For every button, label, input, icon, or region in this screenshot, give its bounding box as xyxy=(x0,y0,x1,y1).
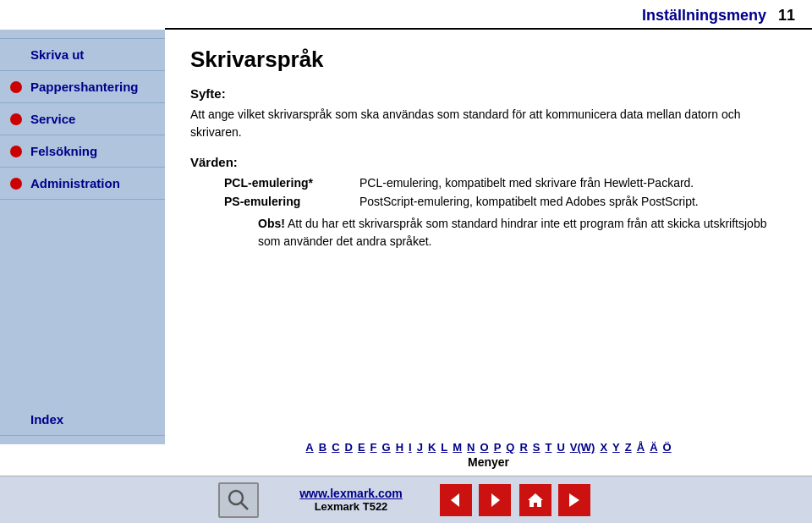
alphabet-letter-r[interactable]: R xyxy=(519,441,527,454)
alphabet-letter-b[interactable]: B xyxy=(319,441,326,454)
alphabet-letter-a[interactable]: A xyxy=(305,441,313,454)
values-table: PCL-emulering* PCL-emulering, kompatibel… xyxy=(224,176,787,208)
next-icon xyxy=(565,491,584,509)
footer-center: www.lexmark.com Lexmark T522 xyxy=(299,487,403,513)
svg-marker-5 xyxy=(569,493,579,507)
alphabet-letter-t[interactable]: T xyxy=(545,441,551,454)
value-key-1: PS-emulering xyxy=(224,195,359,208)
sidebar-item-felsoekning[interactable]: Felsökning xyxy=(0,135,165,168)
alphabet-letter-d[interactable]: D xyxy=(345,441,353,454)
alphabet-letter-ö[interactable]: Ö xyxy=(663,441,672,454)
alphabet-letter-n[interactable]: N xyxy=(467,441,475,454)
table-row: PCL-emulering* PCL-emulering, kompatibel… xyxy=(224,176,787,190)
purpose-text: Att ange vilket skrivarspråk som ska anv… xyxy=(190,106,787,141)
value-val-0: PCL-emulering, kompatibelt med skrivare … xyxy=(359,176,787,190)
alphabet-letter-l[interactable]: L xyxy=(441,441,447,454)
svg-marker-2 xyxy=(451,493,459,507)
sidebar-item-service[interactable]: Service xyxy=(0,103,165,135)
sidebar-item-administration[interactable]: Administration xyxy=(0,168,165,200)
alphabet-bar: ABCDEFGHIJKLMNOPQRSTUV(W)XYZÅÄÖ Menyer xyxy=(165,434,812,472)
alphabet-letter-s[interactable]: S xyxy=(533,441,540,454)
home-icon xyxy=(526,491,545,509)
alphabet-letter-z[interactable]: Z xyxy=(625,441,632,454)
alphabet-letter-y[interactable]: Y xyxy=(612,441,620,454)
alphabet-letter-m[interactable]: M xyxy=(453,441,462,454)
svg-line-1 xyxy=(241,503,248,509)
purpose-label: Syfte: xyxy=(190,86,787,101)
alphabet-letter-ä[interactable]: Ä xyxy=(650,441,657,454)
alphabet-letter-å[interactable]: Å xyxy=(637,441,645,454)
alphabet-letter-p[interactable]: P xyxy=(494,441,502,454)
table-row: PS-emulering PostScript-emulering, kompa… xyxy=(224,195,787,208)
home-button[interactable] xyxy=(519,484,551,516)
page-header-title: Inställningsmeny xyxy=(642,7,766,25)
alphabet-letter-q[interactable]: Q xyxy=(506,441,514,454)
page-number: 11 xyxy=(778,7,795,25)
bottom-bar: www.lexmark.com Lexmark T522 xyxy=(0,476,812,523)
value-val-1: PostScript-emulering, kompatibelt med Ad… xyxy=(359,195,787,208)
alphabet-letter-k[interactable]: K xyxy=(428,441,436,454)
sidebar-item-skriva-ut[interactable]: Skriva ut xyxy=(0,38,165,71)
forward-button[interactable] xyxy=(479,484,511,516)
forward-icon xyxy=(486,492,503,509)
page-title: Skrivarspråk xyxy=(190,47,787,73)
alphabet-letter-e[interactable]: E xyxy=(358,441,365,454)
sidebar-item-index[interactable]: Index xyxy=(0,404,165,436)
alphabet-letter-g[interactable]: G xyxy=(382,441,391,454)
svg-marker-4 xyxy=(528,493,543,507)
obs-text: Att du har ett skrivarspråk som standard… xyxy=(258,217,766,248)
alphabet-letter-h[interactable]: H xyxy=(396,441,403,454)
next-button[interactable] xyxy=(558,484,590,516)
alphabet-letter-u[interactable]: U xyxy=(557,441,564,454)
back-icon xyxy=(447,492,464,509)
search-button[interactable] xyxy=(218,482,259,518)
alphabet-letter-c[interactable]: C xyxy=(332,441,339,454)
alphabet-letters[interactable]: ABCDEFGHIJKLMNOPQRSTUV(W)XYZÅÄÖ xyxy=(165,441,812,454)
back-button[interactable] xyxy=(440,484,472,516)
obs-label: Obs! xyxy=(258,217,285,230)
footer-model: Lexmark T522 xyxy=(315,500,388,513)
alphabet-letter-f[interactable]: F xyxy=(370,441,377,454)
sidebar-item-pappershantering[interactable]: Pappershantering xyxy=(0,71,165,103)
alphabet-letter-o[interactable]: O xyxy=(480,441,489,454)
alphabet-letter-i[interactable]: I xyxy=(409,441,412,454)
value-key-0: PCL-emulering* xyxy=(224,176,359,190)
svg-point-0 xyxy=(229,491,243,504)
search-icon xyxy=(227,488,250,512)
alphabet-letter-j[interactable]: J xyxy=(417,441,423,454)
footer-url[interactable]: www.lexmark.com xyxy=(299,487,403,500)
sidebar: Skriva ut Pappershantering Service Felsö… xyxy=(0,30,165,444)
values-label: Värden: xyxy=(190,155,787,169)
menyer-label[interactable]: Menyer xyxy=(165,455,812,469)
main-content: Skrivarspråk Syfte: Att ange vilket skri… xyxy=(165,30,812,444)
alphabet-letter-x[interactable]: X xyxy=(600,441,607,454)
alphabet-letter-v(w)[interactable]: V(W) xyxy=(570,441,595,454)
svg-marker-3 xyxy=(491,493,500,507)
obs-box: Obs! Att du har ett skrivarspråk som sta… xyxy=(258,215,787,250)
